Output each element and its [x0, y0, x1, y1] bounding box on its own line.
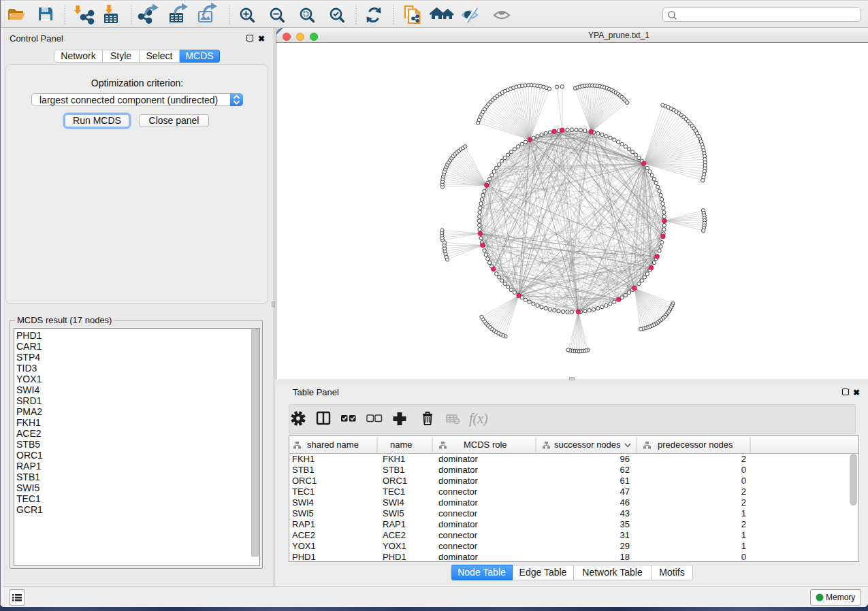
svg-text:f(x): f(x) — [469, 411, 488, 427]
svg-text:successor nodes: successor nodes — [554, 440, 621, 450]
svg-text:shared name: shared name — [307, 440, 359, 450]
svg-text:Memory: Memory — [826, 593, 855, 602]
svg-text:predecessor nodes: predecessor nodes — [658, 440, 733, 450]
svg-text:name: name — [390, 440, 413, 450]
svg-text:MCDS role: MCDS role — [464, 440, 507, 450]
